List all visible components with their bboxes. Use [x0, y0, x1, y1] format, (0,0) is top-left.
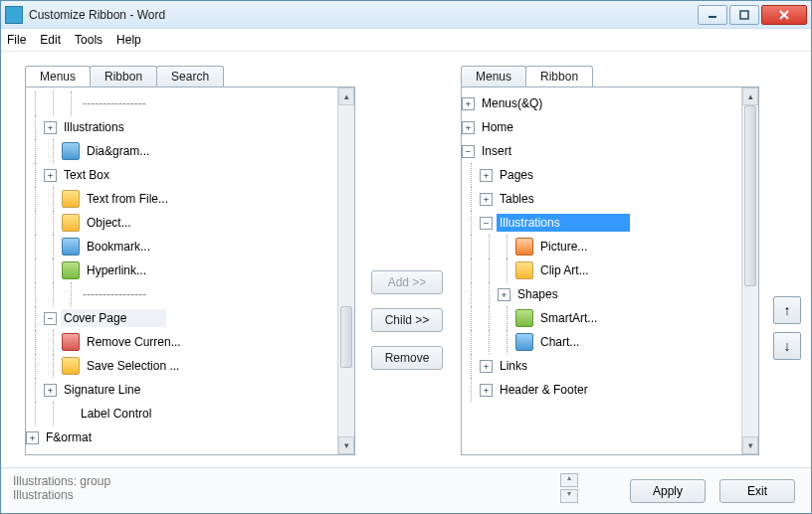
status-bar: Illustrations: group Illustrations ▴ ▾ A… [1, 467, 811, 513]
left-tab-search[interactable]: Search [156, 66, 224, 86]
tree-item-shapes[interactable]: Shapes [514, 286, 561, 302]
tree-item-text-from-file[interactable]: Text from File... [84, 191, 171, 207]
tree-item-header-footer[interactable]: Header & Footer [497, 382, 591, 398]
expand-toggle[interactable]: + [44, 169, 57, 182]
text-file-icon [62, 190, 80, 208]
minimize-button[interactable] [698, 5, 727, 25]
right-tab-menus[interactable]: Menus [461, 66, 526, 86]
left-tab-menus[interactable]: Menus [25, 66, 91, 86]
tree-item-cover-page[interactable]: Cover Page [61, 309, 166, 327]
left-tabs: Menus Ribbon Search [25, 66, 355, 86]
move-up-button[interactable]: ↑ [773, 296, 801, 324]
expand-toggle[interactable]: + [462, 97, 475, 110]
left-scrollbar[interactable]: ▴ ▾ [337, 87, 354, 454]
right-tab-ribbon[interactable]: Ribbon [525, 66, 593, 86]
tree-item-hyperlink[interactable]: Hyperlink... [84, 262, 149, 278]
expand-toggle[interactable]: + [480, 169, 493, 182]
tree-item-picture[interactable]: Picture... [537, 239, 590, 255]
scroll-up-icon[interactable]: ▴ [742, 87, 758, 105]
picture-icon [515, 238, 533, 256]
chart-icon [515, 333, 533, 351]
tree-item-clipart[interactable]: Clip Art... [537, 262, 592, 278]
expand-toggle[interactable]: + [480, 360, 493, 373]
tree-item-illustrations-r[interactable]: Illustrations [497, 214, 630, 232]
menu-edit[interactable]: Edit [40, 33, 61, 47]
remove-icon [62, 333, 80, 351]
left-tab-ribbon[interactable]: Ribbon [90, 66, 157, 86]
tree-item-menus-q[interactable]: Menus(&Q) [479, 95, 545, 111]
move-down-button[interactable]: ↓ [773, 332, 801, 360]
scroll-down-icon[interactable]: ▾ [338, 436, 354, 454]
expand-toggle[interactable]: + [462, 121, 475, 134]
app-icon [5, 6, 23, 24]
scroll-down-icon[interactable]: ▾ [742, 436, 758, 454]
expand-toggle[interactable]: + [480, 384, 493, 397]
tree-item-save-selection[interactable]: Save Selection ... [84, 358, 182, 374]
spinner: ▴ ▾ [560, 473, 576, 505]
menu-help[interactable]: Help [116, 33, 141, 47]
right-scrollbar[interactable]: ▴ ▾ [741, 87, 758, 454]
add-button[interactable]: Add >> [371, 270, 443, 294]
tree-item-home[interactable]: Home [479, 119, 516, 135]
left-tree[interactable]: ---------------- +Illustrations Dia&gram… [26, 87, 338, 454]
app-window: Customize Ribbon - Word File Edit Tools … [0, 0, 812, 514]
child-button[interactable]: Child >> [371, 308, 443, 332]
menu-tools[interactable]: Tools [75, 33, 102, 47]
expand-toggle[interactable]: + [480, 193, 493, 206]
right-tabs: Menus Ribbon [461, 66, 759, 86]
scroll-up-icon[interactable]: ▴ [338, 87, 354, 105]
collapse-toggle[interactable]: − [480, 217, 493, 230]
exit-button[interactable]: Exit [719, 479, 795, 503]
svg-rect-1 [740, 11, 748, 19]
title-bar: Customize Ribbon - Word [1, 1, 811, 29]
close-button[interactable] [761, 5, 807, 25]
expand-toggle[interactable]: + [26, 431, 39, 444]
tree-item-label-control[interactable]: Label Control [78, 406, 154, 422]
spin-down-icon[interactable]: ▾ [560, 489, 578, 503]
collapse-toggle[interactable]: − [462, 145, 475, 158]
tree-item-remove-current[interactable]: Remove Curren... [84, 334, 184, 350]
menu-bar: File Edit Tools Help [1, 29, 811, 52]
expand-toggle[interactable]: + [44, 384, 57, 397]
scroll-thumb[interactable] [340, 306, 352, 368]
tree-item-diagram[interactable]: Dia&gram... [84, 143, 152, 159]
menu-file[interactable]: File [7, 33, 26, 47]
tree-item-chart[interactable]: Chart... [537, 334, 582, 350]
tree-item-links[interactable]: Links [497, 358, 530, 374]
hyperlink-icon [62, 261, 80, 279]
left-panel: Menus Ribbon Search ---------------- +Il… [25, 66, 355, 455]
spin-up-icon[interactable]: ▴ [560, 473, 578, 487]
tree-item-format[interactable]: F&ormat [43, 429, 95, 445]
smartart-icon [515, 309, 533, 327]
tree-item-insert[interactable]: Insert [479, 143, 514, 159]
expand-toggle[interactable]: + [498, 288, 510, 301]
tree-item-bookmark[interactable]: Bookmark... [84, 239, 153, 255]
separator: ---------------- [80, 286, 149, 302]
remove-button[interactable]: Remove [371, 346, 443, 370]
tree-item-tables[interactable]: Tables [497, 191, 537, 207]
save-icon [62, 357, 80, 375]
scroll-thumb[interactable] [744, 105, 756, 286]
move-buttons: ↑ ↓ [773, 296, 799, 368]
window-title: Customize Ribbon - Word [29, 8, 698, 22]
window-controls [698, 5, 807, 25]
collapse-toggle[interactable]: − [44, 312, 57, 325]
apply-button[interactable]: Apply [630, 479, 706, 503]
client-area: Menus Ribbon Search ---------------- +Il… [1, 52, 811, 513]
tree-item-pages[interactable]: Pages [497, 167, 536, 183]
left-tree-container: ---------------- +Illustrations Dia&gram… [25, 86, 355, 455]
tree-item-signature-line[interactable]: Signature Line [61, 382, 143, 398]
diagram-icon [62, 142, 80, 160]
tree-item-smartart[interactable]: SmartArt... [537, 310, 600, 326]
right-panel: Menus Ribbon +Menus(&Q) +Home −Insert +P… [461, 66, 759, 455]
tree-item-illustrations[interactable]: Illustrations [61, 119, 127, 135]
right-tree[interactable]: +Menus(&Q) +Home −Insert +Pages +Tables … [462, 87, 742, 454]
bookmark-icon [62, 238, 80, 256]
tree-item-object[interactable]: Object... [84, 215, 134, 231]
tree-item-textbox[interactable]: Text Box [61, 167, 112, 183]
maximize-button[interactable] [729, 5, 759, 25]
expand-toggle[interactable]: + [44, 121, 57, 134]
object-icon [62, 214, 80, 232]
separator: ---------------- [80, 95, 149, 111]
clipart-icon [515, 261, 533, 279]
